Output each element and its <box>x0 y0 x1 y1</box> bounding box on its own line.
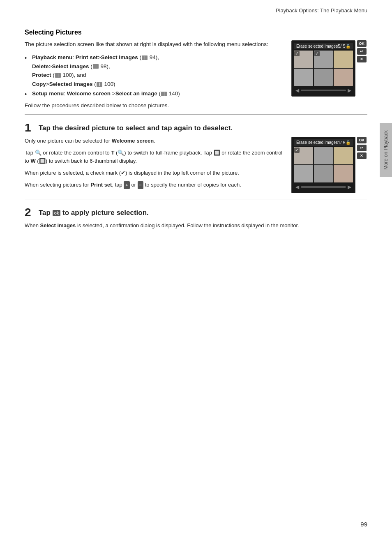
page: Playback Options: The Playback Menu Sele… <box>0 0 392 540</box>
step-1-header: 1 Tap the desired picture to select and … <box>25 122 367 134</box>
sidebar-label: More on Playback <box>383 130 389 170</box>
step1-thumb-5[interactable] <box>314 165 333 182</box>
camera-wrapper-step1: Erase selected images 1/ 5 🔒 <box>291 137 367 193</box>
thumbnail-grid-top <box>294 51 353 68</box>
lock-icon-top: 🔒 <box>346 44 350 48</box>
back-button-step1[interactable]: ↩ <box>357 145 367 151</box>
back-button-top[interactable]: ↩ <box>357 48 367 55</box>
follow-text: Follow the procedures described below to… <box>25 102 283 108</box>
list-item: Playback menu: Print set>Select images (… <box>25 53 283 88</box>
step-2-body: When Select images is selected, a confir… <box>25 222 367 233</box>
step-1-number: 1 <box>25 122 34 134</box>
book-icon-3 <box>55 73 61 78</box>
progress-bar-top <box>301 90 346 91</box>
sidebar-tab: More on Playback <box>380 123 392 177</box>
step-2-section: 2 Tap ok to apply picture selection. Whe… <box>25 199 367 233</box>
header-title: Playback Options: The Playback Menu <box>276 7 367 14</box>
thumbnail-row2-top <box>294 69 353 86</box>
x-button-step1[interactable]: ✕ <box>357 152 367 159</box>
side-buttons-top: OK ↩ ✕ <box>357 40 367 62</box>
thumbnail-row2-step1 <box>294 165 353 182</box>
step1-thumb-6[interactable] <box>334 165 353 182</box>
book-icon <box>142 55 148 60</box>
lock-icon-step1: 🔒 <box>346 140 350 145</box>
ok-button-step1[interactable]: OK <box>357 137 367 143</box>
step-2-number: 2 <box>25 207 34 218</box>
step1-thumb-1[interactable] <box>294 147 313 164</box>
book-icon-4 <box>97 82 102 87</box>
camera-ui-top: Erase selected images 5/ 5 🔒 <box>291 40 367 108</box>
step-1-para-2: Tap 🔍 or rotate the zoom control to T (🔍… <box>25 149 283 166</box>
nav-left-top[interactable]: ◀ <box>295 88 299 93</box>
camera-title-step1: Erase selected images <box>296 140 338 145</box>
intro-paragraph: The picture selection screen like that s… <box>25 40 283 49</box>
step-2-header: 2 Tap ok to apply picture selection. <box>25 207 367 218</box>
plus-icon: + <box>124 181 129 189</box>
step-1-para-4: When selecting pictures for Print set, t… <box>25 181 283 189</box>
camera-counter-top: 5/ 5 <box>338 44 345 48</box>
thumb-5[interactable] <box>314 69 333 86</box>
step-1-body: Only one picture can be selected for Wel… <box>25 137 367 193</box>
list-item-2: Setup menu: Welcome screen >Select an im… <box>25 89 283 98</box>
camera-title-top: Erase selected images <box>296 44 338 48</box>
step1-thumb-2[interactable] <box>314 147 333 164</box>
step1-thumb-4[interactable] <box>294 165 313 182</box>
x-button-top[interactable]: ✕ <box>357 56 367 62</box>
nav-right-top[interactable]: ▶ <box>348 88 351 93</box>
section-title: Selecting Pictures <box>25 29 367 36</box>
side-buttons-step1: OK ↩ ✕ <box>357 137 367 159</box>
camera-wrapper-top: Erase selected images 5/ 5 🔒 <box>291 40 367 97</box>
intro-layout: The picture selection screen like that s… <box>25 40 367 108</box>
thumb-4[interactable] <box>294 69 313 86</box>
page-number: 99 <box>360 521 367 528</box>
ok-button-top[interactable]: OK <box>357 40 367 47</box>
page-header: Playback Options: The Playback Menu <box>0 0 392 17</box>
thumbnail-grid-step1 <box>294 147 353 164</box>
camera-screen-top: Erase selected images 5/ 5 🔒 <box>291 40 355 97</box>
intro-text-col: The picture selection screen like that s… <box>25 40 283 108</box>
camera-title-bar-step1: Erase selected images 1/ 5 🔒 <box>294 139 353 146</box>
camera-bottom-step1: ◀ ▶ <box>294 183 353 191</box>
camera-counter-step1: 1/ 5 <box>338 140 345 145</box>
main-content: Selecting Pictures The picture selection… <box>0 17 392 250</box>
nav-left-step1[interactable]: ◀ <box>295 184 299 190</box>
step-1-camera: Erase selected images 1/ 5 🔒 <box>291 137 367 193</box>
step-1-title: Tap the desired picture to select and ta… <box>39 122 233 133</box>
book-icon-5 <box>161 92 167 96</box>
step1-thumb-3[interactable] <box>334 147 353 164</box>
step-1-section: 1 Tap the desired picture to select and … <box>25 114 367 193</box>
step-2-title: Tap ok to apply picture selection. <box>39 207 149 217</box>
step-2-para-1: When Select images is selected, a confir… <box>25 222 367 230</box>
ok-badge-step2: ok <box>53 210 61 216</box>
step-2-text: When Select images is selected, a confir… <box>25 222 367 233</box>
camera-screen-step1: Erase selected images 1/ 5 🔒 <box>291 137 355 193</box>
minus-icon: − <box>138 181 143 189</box>
thumb-6[interactable] <box>334 69 353 86</box>
thumb-1[interactable] <box>294 51 313 68</box>
book-icon-2 <box>93 64 99 69</box>
bullet-list: Playback menu: Print set>Select images (… <box>25 53 283 98</box>
camera-bottom-top: ◀ ▶ <box>294 87 353 94</box>
progress-bar-step1 <box>301 186 346 188</box>
thumb-2[interactable] <box>314 51 333 68</box>
nav-right-step1[interactable]: ▶ <box>348 184 351 190</box>
thumb-3[interactable] <box>334 51 353 68</box>
step-1-para-1: Only one picture can be selected for Wel… <box>25 137 283 145</box>
step-1-text: Only one picture can be selected for Wel… <box>25 137 283 193</box>
camera-title-bar-top: Erase selected images 5/ 5 🔒 <box>294 43 353 49</box>
step-1-para-3: When picture is selected, a check mark (… <box>25 169 283 178</box>
